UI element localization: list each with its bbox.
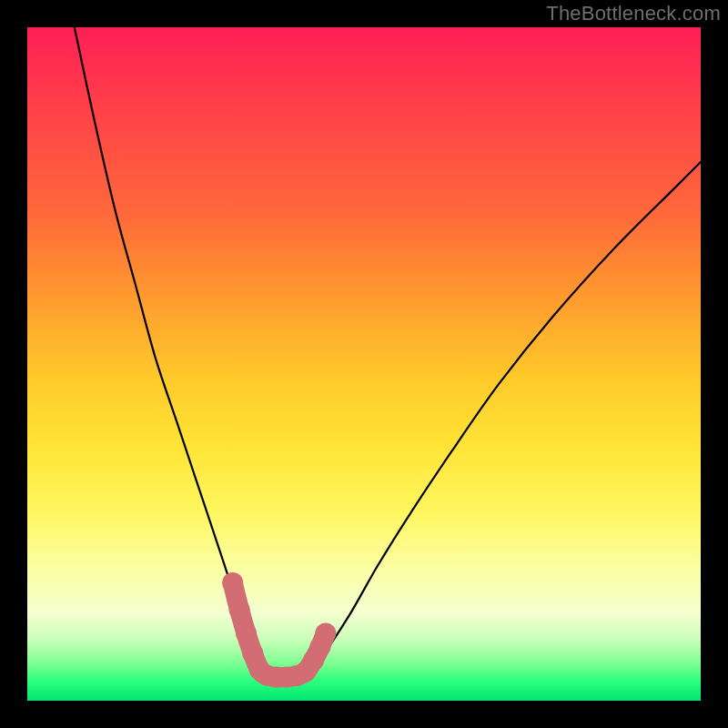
curve-layer [27,27,701,701]
attribution-watermark: TheBottleneck.com [546,2,721,25]
chart-frame: TheBottleneck.com [0,0,728,728]
valley-highlight-dot [315,623,336,644]
valley-highlight-dot [229,600,250,621]
valley-highlight-dot [222,572,243,593]
valley-highlight-dot [236,623,257,644]
bottleneck-curve [75,27,701,682]
plot-area [27,27,701,701]
